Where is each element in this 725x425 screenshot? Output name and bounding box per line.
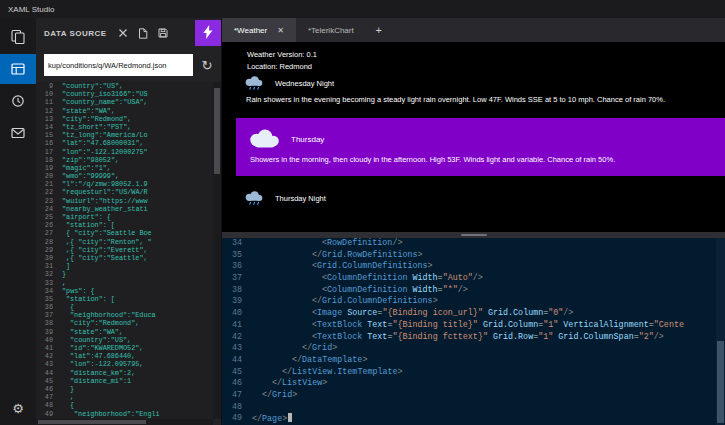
feedback-icon[interactable] <box>0 118 36 148</box>
save-icon[interactable] <box>157 27 169 39</box>
json-line[interactable]: 45"distance_mi":1 <box>36 377 213 385</box>
json-line[interactable]: 48{ <box>36 401 213 409</box>
code-line[interactable]: 40<Image Source="{Binding icon_url}" Gri… <box>222 308 716 320</box>
code-line[interactable]: 46</ListView> <box>222 378 716 390</box>
json-tree-vertical-scrollbar[interactable] <box>213 82 221 419</box>
code-line[interactable]: 42<TextBlock Text="{Binding fcttext}" Gr… <box>222 332 716 344</box>
json-line[interactable]: 35"station": [ <box>36 295 213 303</box>
code-line[interactable]: 35</Grid.RowDefinitions> <box>222 250 716 262</box>
splitter-grip-handle[interactable] <box>461 234 487 236</box>
json-line[interactable]: 41"id":"KWAREDMO52", <box>36 344 213 352</box>
json-line[interactable]: 39"state":"WA", <box>36 328 213 336</box>
code-token: > <box>332 343 337 353</box>
data-source-url-input[interactable] <box>44 54 193 76</box>
data-source-icon[interactable] <box>0 54 36 84</box>
code-token: ListView.ItemTemplate <box>292 367 398 377</box>
code-line[interactable]: 41<TextBlock Text="{Binding title}" Grid… <box>222 320 716 332</box>
code-line-text <box>252 402 716 414</box>
json-line[interactable]: 19"magic":"1", <box>36 164 213 172</box>
documents-icon[interactable] <box>0 22 36 52</box>
json-line-text: "state":"WA", <box>58 107 213 115</box>
json-line[interactable]: 46} <box>36 385 213 393</box>
tab-close-icon[interactable]: ✕ <box>277 26 284 35</box>
bind-data-bolt-button[interactable] <box>195 20 221 46</box>
json-line[interactable]: 17"lon":"-122.12000275" <box>36 148 213 156</box>
code-line-number: 36 <box>222 261 252 273</box>
json-line[interactable]: 9"country":"US", <box>36 82 213 90</box>
json-line[interactable]: 33, <box>36 279 213 287</box>
code-token: /> <box>563 308 573 318</box>
json-line[interactable]: 11"country_name":"USA", <box>36 98 213 106</box>
json-line[interactable]: 42"lat":47.686440, <box>36 352 213 360</box>
json-line[interactable]: 26"station": [ <box>36 221 213 229</box>
scrollbar-thumb[interactable] <box>717 341 724 423</box>
json-line[interactable]: 37"neighborhood":"Educa <box>36 311 213 319</box>
json-line-number: 43 <box>36 360 58 368</box>
json-line[interactable]: 44"distance_km":2, <box>36 369 213 377</box>
settings-gear-icon[interactable]: ⚙ <box>12 402 24 415</box>
debugger-icon[interactable] <box>0 86 36 116</box>
json-line-text: "magic":"1", <box>58 164 213 172</box>
json-line[interactable]: 36{ <box>36 303 213 311</box>
json-line[interactable]: 23"wuiurl":"https://www <box>36 197 213 205</box>
json-line[interactable]: 31] <box>36 262 213 270</box>
code-editor[interactable]: 34<RowDefinition/>35</Grid.RowDefinition… <box>222 238 725 425</box>
json-line[interactable]: 18"zip":"98052", <box>36 156 213 164</box>
json-line[interactable]: 22"requesturl":"US/WA/R <box>36 188 213 196</box>
json-line[interactable]: 27{ "city":"Seattle Boe <box>36 229 213 237</box>
editor-vertical-scrollbar[interactable] <box>716 238 725 425</box>
tab-weather[interactable]: *Weather✕ <box>222 18 296 42</box>
json-line-text: "lat":"47.68000031", <box>58 139 213 147</box>
json-line[interactable]: 30,{ "city":"Seattle", <box>36 254 213 262</box>
forecast-item[interactable]: Thursday Night <box>236 188 725 212</box>
code-line-text: <ColumnDefinition Width="Auto"/> <box>252 273 716 285</box>
forecast-item[interactable]: ThursdayShowers in the morning, then clo… <box>236 118 725 176</box>
scrollbar-thumb[interactable] <box>214 88 220 174</box>
code-line[interactable]: 34<RowDefinition/> <box>222 238 716 250</box>
close-icon[interactable] <box>117 27 129 39</box>
code-line[interactable]: 39</Grid.ColumnDefinitions> <box>222 296 716 308</box>
json-line[interactable]: 24"nearby_weather_stati <box>36 205 213 213</box>
refresh-icon[interactable]: ↻ <box>199 59 215 72</box>
json-line[interactable]: 34"pws": { <box>36 287 213 295</box>
code-line[interactable]: 44</DataTemplate> <box>222 355 716 367</box>
forecast-title: Thursday <box>291 135 324 144</box>
forecast-item[interactable]: Wednesday NightRain showers in the eveni… <box>236 73 725 106</box>
json-line[interactable]: 10"country_iso3166":"US <box>36 90 213 98</box>
new-file-icon[interactable] <box>137 27 149 39</box>
json-line[interactable]: 13"city":"Redmond", <box>36 115 213 123</box>
code-line[interactable]: 38<ColumnDefinition Width="*"/> <box>222 285 716 297</box>
json-line[interactable]: 16"lat":"47.68000031", <box>36 139 213 147</box>
code-line-number: 45 <box>222 367 252 379</box>
code-line[interactable]: 49</Page> <box>222 413 716 425</box>
code-line[interactable]: 37<ColumnDefinition Width="Auto"/> <box>222 273 716 285</box>
weather-version-text: Weather Version: 0.1 <box>247 49 317 61</box>
json-line-text: "country":"US", <box>58 82 213 90</box>
json-line[interactable]: 38"city":"Redmond", <box>36 319 213 327</box>
json-line[interactable]: 43"lon":-122.095795, <box>36 360 213 368</box>
json-line[interactable]: 28,{ "city":"Renton", " <box>36 238 213 246</box>
json-line[interactable]: 21"l":"/q/zmw:98052.1.9 <box>36 180 213 188</box>
new-tab-button[interactable]: + <box>366 18 392 42</box>
json-line[interactable]: 14"tz_short":"PST", <box>36 123 213 131</box>
json-line[interactable]: 40"country":"US", <box>36 336 213 344</box>
json-line[interactable]: 12"state":"WA", <box>36 107 213 115</box>
code-line[interactable]: 36<Grid.ColumnDefinitions> <box>222 261 716 273</box>
json-line[interactable]: 47, <box>36 393 213 401</box>
json-line[interactable]: 29,{ "city":"Everett", <box>36 246 213 254</box>
code-line[interactable]: 48 <box>222 402 716 414</box>
json-tree-horizontal-scrollbar[interactable] <box>36 419 213 425</box>
json-line[interactable]: 20"wmo":"99999", <box>36 172 213 180</box>
json-line[interactable]: 49"neighborhood":"Engli <box>36 410 213 418</box>
json-line[interactable]: 32} <box>36 270 213 278</box>
code-line[interactable]: 47</Grid> <box>222 390 716 402</box>
scrollbar-thumb[interactable] <box>38 420 146 424</box>
code-line[interactable]: 45</ListView.ItemTemplate> <box>222 367 716 379</box>
json-line-number: 35 <box>36 295 58 303</box>
json-line-text: { <box>58 401 213 409</box>
code-line[interactable]: 43</Grid> <box>222 343 716 355</box>
json-line[interactable]: 15"tz_long":"America/Lo <box>36 131 213 139</box>
code-token: Grid.RowDefinitions <box>322 250 418 260</box>
tab-telerikchart[interactable]: *TelerikChart <box>296 18 366 42</box>
json-line[interactable]: 25"airport": { <box>36 213 213 221</box>
